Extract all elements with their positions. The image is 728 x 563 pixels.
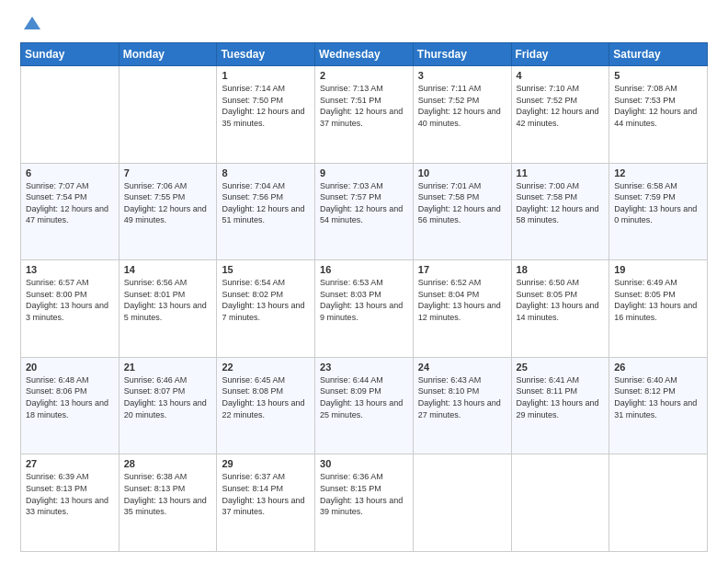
calendar-cell: 23Sunrise: 6:44 AM Sunset: 8:09 PM Dayli… xyxy=(315,357,414,454)
day-number: 9 xyxy=(320,167,408,178)
calendar-cell: 27Sunrise: 6:39 AM Sunset: 8:13 PM Dayli… xyxy=(21,454,119,552)
day-info: Sunrise: 7:13 AM Sunset: 7:51 PM Dayligh… xyxy=(320,83,408,129)
calendar-cell: 16Sunrise: 6:53 AM Sunset: 8:03 PM Dayli… xyxy=(315,260,414,358)
calendar-header-saturday: Saturday xyxy=(609,43,708,66)
calendar-cell: 29Sunrise: 6:37 AM Sunset: 8:14 PM Dayli… xyxy=(217,454,315,552)
day-number: 16 xyxy=(320,264,408,275)
calendar-cell xyxy=(21,66,119,164)
svg-marker-0 xyxy=(24,17,40,29)
day-info: Sunrise: 6:41 AM Sunset: 8:11 PM Dayligh… xyxy=(517,374,605,420)
day-info: Sunrise: 7:04 AM Sunset: 7:56 PM Dayligh… xyxy=(222,180,310,226)
calendar-cell: 25Sunrise: 6:41 AM Sunset: 8:11 PM Dayli… xyxy=(511,357,609,454)
calendar-week-5: 27Sunrise: 6:39 AM Sunset: 8:13 PM Dayli… xyxy=(21,454,708,552)
day-info: Sunrise: 6:39 AM Sunset: 8:13 PM Dayligh… xyxy=(26,471,114,517)
day-info: Sunrise: 7:01 AM Sunset: 7:58 PM Dayligh… xyxy=(418,180,506,226)
day-info: Sunrise: 6:52 AM Sunset: 8:04 PM Dayligh… xyxy=(418,277,506,323)
day-info: Sunrise: 6:48 AM Sunset: 8:06 PM Dayligh… xyxy=(26,374,114,420)
day-info: Sunrise: 6:50 AM Sunset: 8:05 PM Dayligh… xyxy=(517,277,605,323)
calendar-header-thursday: Thursday xyxy=(413,43,511,66)
logo xyxy=(20,17,42,33)
day-info: Sunrise: 6:58 AM Sunset: 7:59 PM Dayligh… xyxy=(614,180,702,226)
day-number: 29 xyxy=(222,458,310,469)
day-info: Sunrise: 6:49 AM Sunset: 8:05 PM Dayligh… xyxy=(614,277,702,323)
day-info: Sunrise: 6:45 AM Sunset: 8:08 PM Dayligh… xyxy=(222,374,310,420)
calendar-header-friday: Friday xyxy=(511,43,609,66)
day-info: Sunrise: 6:54 AM Sunset: 8:02 PM Dayligh… xyxy=(222,277,310,323)
day-number: 21 xyxy=(124,362,212,373)
calendar-cell: 6Sunrise: 7:07 AM Sunset: 7:54 PM Daylig… xyxy=(21,163,119,260)
calendar-cell: 15Sunrise: 6:54 AM Sunset: 8:02 PM Dayli… xyxy=(217,260,315,358)
calendar-cell: 28Sunrise: 6:38 AM Sunset: 8:13 PM Dayli… xyxy=(119,454,217,552)
day-info: Sunrise: 7:00 AM Sunset: 7:58 PM Dayligh… xyxy=(517,180,605,226)
day-number: 24 xyxy=(418,362,506,373)
calendar-header-monday: Monday xyxy=(119,43,217,66)
day-number: 19 xyxy=(614,264,702,275)
day-info: Sunrise: 7:14 AM Sunset: 7:50 PM Dayligh… xyxy=(222,83,310,129)
header xyxy=(20,17,708,33)
calendar-cell: 24Sunrise: 6:43 AM Sunset: 8:10 PM Dayli… xyxy=(413,357,511,454)
day-info: Sunrise: 6:36 AM Sunset: 8:15 PM Dayligh… xyxy=(320,471,408,517)
calendar-cell: 2Sunrise: 7:13 AM Sunset: 7:51 PM Daylig… xyxy=(315,66,414,164)
day-info: Sunrise: 7:08 AM Sunset: 7:53 PM Dayligh… xyxy=(614,83,702,129)
calendar-cell: 21Sunrise: 6:46 AM Sunset: 8:07 PM Dayli… xyxy=(119,357,217,454)
day-number: 25 xyxy=(517,362,605,373)
calendar-header-sunday: Sunday xyxy=(21,43,119,66)
day-number: 10 xyxy=(418,167,506,178)
day-number: 4 xyxy=(517,70,605,81)
day-number: 26 xyxy=(614,362,702,373)
calendar-cell: 18Sunrise: 6:50 AM Sunset: 8:05 PM Dayli… xyxy=(511,260,609,358)
calendar-cell: 20Sunrise: 6:48 AM Sunset: 8:06 PM Dayli… xyxy=(21,357,119,454)
calendar-cell xyxy=(119,66,217,164)
day-info: Sunrise: 6:46 AM Sunset: 8:07 PM Dayligh… xyxy=(124,374,212,420)
calendar-cell: 1Sunrise: 7:14 AM Sunset: 7:50 PM Daylig… xyxy=(217,66,315,164)
day-info: Sunrise: 6:40 AM Sunset: 8:12 PM Dayligh… xyxy=(614,374,702,420)
calendar-cell: 22Sunrise: 6:45 AM Sunset: 8:08 PM Dayli… xyxy=(217,357,315,454)
calendar-week-4: 20Sunrise: 6:48 AM Sunset: 8:06 PM Dayli… xyxy=(21,357,708,454)
day-info: Sunrise: 7:06 AM Sunset: 7:55 PM Dayligh… xyxy=(124,180,212,226)
calendar-week-2: 6Sunrise: 7:07 AM Sunset: 7:54 PM Daylig… xyxy=(21,163,708,260)
day-info: Sunrise: 6:44 AM Sunset: 8:09 PM Dayligh… xyxy=(320,374,408,420)
calendar-table: SundayMondayTuesdayWednesdayThursdayFrid… xyxy=(20,42,708,552)
day-number: 6 xyxy=(26,167,114,178)
calendar-cell: 30Sunrise: 6:36 AM Sunset: 8:15 PM Dayli… xyxy=(315,454,414,552)
day-number: 13 xyxy=(26,264,114,275)
calendar-header-row: SundayMondayTuesdayWednesdayThursdayFrid… xyxy=(21,43,708,66)
day-number: 7 xyxy=(124,167,212,178)
calendar-cell: 13Sunrise: 6:57 AM Sunset: 8:00 PM Dayli… xyxy=(21,260,119,358)
day-number: 22 xyxy=(222,362,310,373)
calendar-cell: 17Sunrise: 6:52 AM Sunset: 8:04 PM Dayli… xyxy=(413,260,511,358)
calendar-header-tuesday: Tuesday xyxy=(217,43,315,66)
calendar-cell xyxy=(413,454,511,552)
day-number: 14 xyxy=(124,264,212,275)
calendar-cell: 14Sunrise: 6:56 AM Sunset: 8:01 PM Dayli… xyxy=(119,260,217,358)
day-info: Sunrise: 6:53 AM Sunset: 8:03 PM Dayligh… xyxy=(320,277,408,323)
calendar-cell: 11Sunrise: 7:00 AM Sunset: 7:58 PM Dayli… xyxy=(511,163,609,260)
calendar-cell: 12Sunrise: 6:58 AM Sunset: 7:59 PM Dayli… xyxy=(609,163,708,260)
day-number: 11 xyxy=(517,167,605,178)
day-info: Sunrise: 6:37 AM Sunset: 8:14 PM Dayligh… xyxy=(222,471,310,517)
calendar-cell: 7Sunrise: 7:06 AM Sunset: 7:55 PM Daylig… xyxy=(119,163,217,260)
calendar-cell xyxy=(511,454,609,552)
calendar-header-wednesday: Wednesday xyxy=(315,43,414,66)
day-info: Sunrise: 7:10 AM Sunset: 7:52 PM Dayligh… xyxy=(517,83,605,129)
calendar-cell: 5Sunrise: 7:08 AM Sunset: 7:53 PM Daylig… xyxy=(609,66,708,164)
day-number: 28 xyxy=(124,458,212,469)
day-number: 27 xyxy=(26,458,114,469)
day-number: 12 xyxy=(614,167,702,178)
day-number: 23 xyxy=(320,362,408,373)
day-number: 30 xyxy=(320,458,408,469)
day-number: 20 xyxy=(26,362,114,373)
calendar-cell: 19Sunrise: 6:49 AM Sunset: 8:05 PM Dayli… xyxy=(609,260,708,358)
day-info: Sunrise: 6:57 AM Sunset: 8:00 PM Dayligh… xyxy=(26,277,114,323)
day-info: Sunrise: 6:56 AM Sunset: 8:01 PM Dayligh… xyxy=(124,277,212,323)
calendar-cell: 4Sunrise: 7:10 AM Sunset: 7:52 PM Daylig… xyxy=(511,66,609,164)
calendar-cell: 10Sunrise: 7:01 AM Sunset: 7:58 PM Dayli… xyxy=(413,163,511,260)
calendar-cell: 3Sunrise: 7:11 AM Sunset: 7:52 PM Daylig… xyxy=(413,66,511,164)
day-number: 5 xyxy=(614,70,702,81)
page: SundayMondayTuesdayWednesdayThursdayFrid… xyxy=(0,0,728,563)
day-number: 17 xyxy=(418,264,506,275)
calendar-week-3: 13Sunrise: 6:57 AM Sunset: 8:00 PM Dayli… xyxy=(21,260,708,358)
day-number: 18 xyxy=(517,264,605,275)
day-number: 8 xyxy=(222,167,310,178)
day-info: Sunrise: 7:11 AM Sunset: 7:52 PM Dayligh… xyxy=(418,83,506,129)
